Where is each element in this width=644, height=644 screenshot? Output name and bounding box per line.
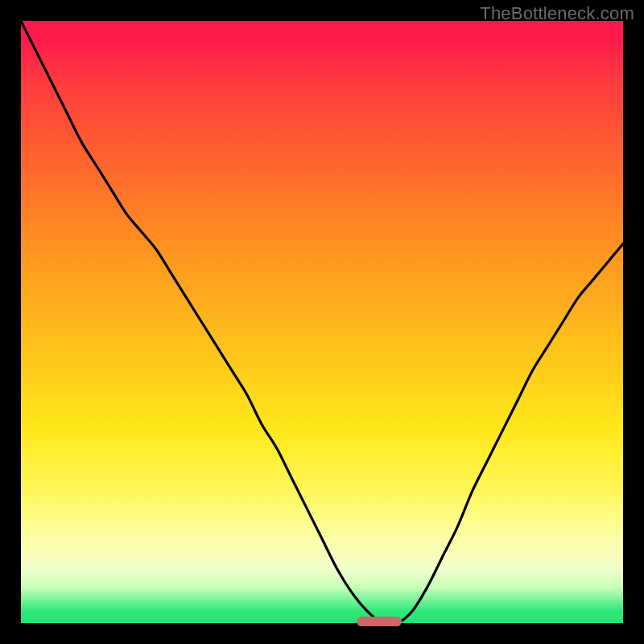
optimal-marker	[357, 617, 402, 626]
chart-frame: TheBottleneck.com	[0, 0, 644, 644]
bottleneck-curve	[21, 21, 623, 623]
watermark-text: TheBottleneck.com	[480, 3, 634, 24]
plot-area	[21, 21, 623, 623]
